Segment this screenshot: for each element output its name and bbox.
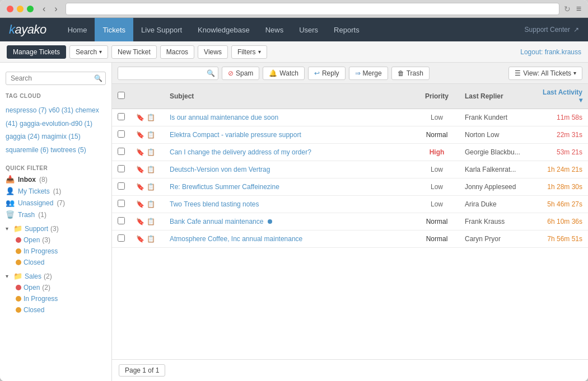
search-button[interactable]: Search ▾ <box>69 45 108 59</box>
tree-support-open-label[interactable]: Open <box>24 236 40 244</box>
row-checkbox-1[interactable] <box>118 130 125 138</box>
tree-sales-open[interactable]: Open (2) <box>0 282 111 293</box>
back-button[interactable]: ‹ <box>40 3 48 15</box>
trash-button[interactable]: 🗑 Trash <box>391 67 430 80</box>
nav-reports[interactable]: Reports <box>326 18 367 41</box>
tag-twotrees[interactable]: twotrees (5) <box>50 146 86 154</box>
qf-unassigned[interactable]: 👥 Unassigned (7) <box>0 197 111 209</box>
subject-link[interactable]: Bank Cafe annual maintenance <box>170 218 263 225</box>
nav-live-support[interactable]: Live Support <box>133 18 190 41</box>
qf-inbox-label[interactable]: Inbox <box>18 176 36 184</box>
row-subject[interactable]: Deutsch-Version von dem Vertrag <box>164 161 414 178</box>
qf-my-tickets[interactable]: 👤 My Tickets (1) <box>0 185 111 197</box>
new-ticket-button[interactable]: New Ticket <box>111 45 157 59</box>
tree-sales-label[interactable]: Sales <box>25 272 41 280</box>
tree-support-inprogress[interactable]: In Progress <box>0 246 111 257</box>
sidebar-search-input[interactable] <box>6 72 106 85</box>
row-checkbox-3[interactable] <box>118 165 125 172</box>
ticket-flag-icon: 🔖 <box>136 200 144 208</box>
tree-sales-root[interactable]: ▾ 📁 Sales (2) <box>0 270 111 282</box>
ticket-flag-icon: 🔖 <box>136 235 144 243</box>
row-subject[interactable]: Is our annual maintenance due soon <box>164 109 414 126</box>
spam-button[interactable]: ⊘ Spam <box>222 67 259 80</box>
th-priority[interactable]: Priority <box>414 84 459 109</box>
tag-magimix[interactable]: magimix (15) <box>41 133 80 140</box>
watch-button[interactable]: 🔔 Watch <box>263 67 305 80</box>
subject-link[interactable]: Atmosphere Coffee, Inc annual maintenanc… <box>170 235 302 243</box>
address-bar[interactable] <box>66 3 559 15</box>
tag-chemex-count[interactable]: (41) <box>6 120 17 128</box>
page-button[interactable]: Page 1 of 1 <box>119 364 165 377</box>
row-checkbox-0[interactable] <box>118 113 125 120</box>
row-subject[interactable]: Bank Cafe annual maintenance <box>164 213 414 231</box>
nav-users[interactable]: Users <box>291 18 326 41</box>
row-checkbox-2[interactable] <box>118 148 125 155</box>
subject-link[interactable]: Can I change the delivery address of my … <box>170 148 311 156</box>
subject-link[interactable]: Two Trees blend tasting notes <box>170 200 259 208</box>
subject-link[interactable]: Is our annual maintenance due soon <box>170 114 278 121</box>
row-checkbox-7[interactable] <box>118 234 125 242</box>
row-checkbox-4[interactable] <box>118 182 125 190</box>
manage-tickets-button[interactable]: Manage Tickets <box>7 45 66 59</box>
tag-chemex[interactable]: chemex <box>76 106 99 114</box>
filters-button[interactable]: Filters ▾ <box>231 45 267 59</box>
minimize-dot[interactable] <box>17 6 24 12</box>
logout-link[interactable]: Logout: frank.krauss <box>520 48 581 56</box>
tree-sales-open-label[interactable]: Open <box>24 284 40 291</box>
nav-tickets[interactable]: Tickets <box>95 18 133 41</box>
view-button[interactable]: ☰ View: All Tickets ▾ <box>508 67 582 80</box>
nav-home[interactable]: Home <box>60 18 95 41</box>
tree-support-open[interactable]: Open (3) <box>0 234 111 246</box>
open-dot-icon <box>16 237 21 243</box>
tag-gaggia[interactable]: gaggia (24) <box>6 133 40 140</box>
merge-button[interactable]: ⇒ Merge <box>349 67 388 80</box>
tree-support-closed-label[interactable]: Closed <box>24 258 44 266</box>
tree-sales-closed-label[interactable]: Closed <box>24 306 44 314</box>
spam-label: Spam <box>236 69 253 77</box>
th-subject[interactable]: Subject <box>164 84 414 109</box>
views-button[interactable]: Views <box>198 45 228 59</box>
tag-v60[interactable]: v60 (31) <box>49 106 73 114</box>
subject-link[interactable]: Elektra Compact - variable pressure supp… <box>170 131 301 139</box>
select-all-checkbox[interactable] <box>118 92 125 99</box>
tree-sales-inprogress-label[interactable]: In Progress <box>24 295 58 303</box>
th-last-activity[interactable]: Last Activity ▾ <box>532 84 588 109</box>
tree-sales-inprogress[interactable]: In Progress <box>0 293 111 304</box>
browser-menu-icon[interactable]: ≡ <box>576 4 581 14</box>
ticket-search-input[interactable] <box>118 67 218 80</box>
subject-link[interactable]: Re: Brewfictus Summer Caffeinezine <box>170 183 279 191</box>
qf-my-tickets-label[interactable]: My Tickets <box>18 187 50 195</box>
qf-trash-label[interactable]: Trash <box>18 211 35 219</box>
subject-link[interactable]: Deutsch-Version von dem Vertrag <box>170 166 270 173</box>
row-subject[interactable]: Re: Brewfictus Summer Caffeinezine <box>164 178 414 196</box>
qf-inbox[interactable]: 📥 Inbox (8) <box>0 173 111 185</box>
tag-gaggia-evo[interactable]: gaggia-evolution-d90 (1) <box>20 120 92 128</box>
row-checkbox-6[interactable] <box>118 217 125 224</box>
row-subject[interactable]: Can I change the delivery address of my … <box>164 144 414 161</box>
macros-button[interactable]: Macros <box>160 45 194 59</box>
tag-nespresso[interactable]: nespresso (7) <box>6 106 46 114</box>
close-dot[interactable] <box>7 6 13 12</box>
tag-squaremile[interactable]: squaremile (6) <box>6 146 49 154</box>
tree-support-label[interactable]: Support <box>25 225 48 233</box>
inbox-icon: 📥 <box>6 175 15 184</box>
th-last-replier[interactable]: Last Replier <box>459 84 532 109</box>
refresh-icon[interactable]: ↻ <box>564 4 571 13</box>
tree-support-closed[interactable]: Closed <box>0 257 111 268</box>
qf-trash[interactable]: 🗑️ Trash (1) <box>0 209 111 220</box>
nav-news[interactable]: News <box>258 18 292 41</box>
tree-sales-count: (2) <box>44 272 52 280</box>
maximize-dot[interactable] <box>27 6 34 12</box>
tree-support-root[interactable]: ▾ 📁 Support (3) <box>0 223 111 234</box>
reply-button[interactable]: ↩ Reply <box>308 67 346 80</box>
tree-support-inprogress-label[interactable]: In Progress <box>24 247 58 255</box>
qf-unassigned-label[interactable]: Unassigned <box>18 199 53 207</box>
external-link-icon[interactable]: ↗ <box>573 26 579 34</box>
row-subject[interactable]: Atmosphere Coffee, Inc annual maintenanc… <box>164 231 414 248</box>
forward-button[interactable]: › <box>52 3 59 15</box>
row-subject[interactable]: Two Trees blend tasting notes <box>164 196 414 213</box>
row-subject[interactable]: Elektra Compact - variable pressure supp… <box>164 126 414 144</box>
tree-sales-closed[interactable]: Closed <box>0 304 111 316</box>
nav-knowledgebase[interactable]: Knowledgebase <box>190 18 258 41</box>
row-checkbox-5[interactable] <box>118 200 125 207</box>
